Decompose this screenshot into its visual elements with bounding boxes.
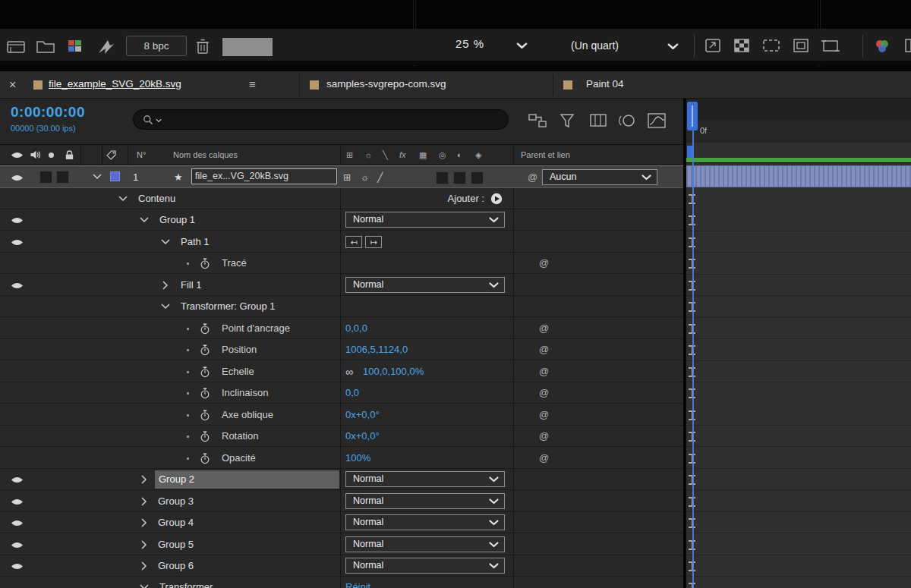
snapshot-icon[interactable] bbox=[6, 38, 27, 55]
visibility-toggle[interactable] bbox=[11, 476, 24, 484]
tab-samples-svgrepo[interactable]: samples-svgrepo-com.svg bbox=[326, 78, 446, 90]
frame-blend-icon[interactable] bbox=[589, 112, 609, 129]
blend-mode-dropdown[interactable]: Normal bbox=[345, 536, 505, 552]
twirl-down-icon[interactable] bbox=[140, 217, 149, 223]
layer-duration-bar[interactable] bbox=[686, 165, 911, 187]
property-pickwhip-icon[interactable]: @ bbox=[539, 404, 549, 426]
visibility-toggle[interactable] bbox=[11, 541, 24, 549]
twirl-right-icon[interactable] bbox=[141, 475, 147, 484]
bg-color-swatch[interactable] bbox=[222, 37, 273, 57]
stopwatch-icon[interactable] bbox=[200, 388, 210, 399]
visibility-toggle[interactable] bbox=[11, 281, 24, 290]
property-label[interactable]: Axe oblique bbox=[222, 404, 273, 426]
zoom-level[interactable]: 25 % bbox=[456, 37, 484, 50]
transform-label[interactable]: Transformer: Group 1 bbox=[181, 296, 276, 317]
twirl-down-icon[interactable] bbox=[161, 239, 170, 245]
property-pickwhip-icon[interactable]: @ bbox=[539, 318, 549, 339]
stopwatch-icon[interactable] bbox=[200, 410, 210, 421]
switch-cell[interactable] bbox=[436, 171, 449, 184]
property-pickwhip-icon[interactable]: @ bbox=[539, 253, 549, 274]
property-pickwhip-icon[interactable]: @ bbox=[539, 448, 549, 469]
solo-cell[interactable] bbox=[56, 171, 69, 184]
property-label[interactable]: Inclinaison bbox=[222, 382, 268, 404]
property-value[interactable]: 0x+0,0° bbox=[345, 426, 380, 447]
navigator-handle[interactable] bbox=[687, 146, 692, 158]
zoom-dropdown-icon[interactable] bbox=[516, 42, 528, 49]
parent-pickwhip-icon[interactable]: @ bbox=[528, 166, 537, 187]
visibility-toggle[interactable] bbox=[11, 519, 24, 527]
path-label[interactable]: Path 1 bbox=[181, 231, 210, 253]
parent-dropdown[interactable]: Aucun bbox=[542, 169, 657, 185]
resolution-dropdown[interactable]: (Un quart) bbox=[571, 36, 679, 56]
quality-switch-icon[interactable]: ╱ bbox=[377, 166, 383, 189]
search-input[interactable] bbox=[167, 112, 496, 129]
transparency-grid-icon[interactable] bbox=[733, 38, 750, 53]
twirl-down-icon[interactable] bbox=[118, 196, 128, 202]
panel-menu-icon[interactable]: ≡ bbox=[249, 77, 256, 90]
visibility-toggle[interactable] bbox=[11, 562, 24, 571]
property-label[interactable]: Opacité bbox=[222, 448, 256, 469]
property-label[interactable]: Tracé bbox=[222, 253, 247, 274]
bit-depth-button[interactable]: 8 bpc bbox=[126, 36, 187, 56]
timeline-track-area[interactable]: 0f bbox=[685, 99, 911, 588]
stopwatch-icon[interactable] bbox=[200, 431, 210, 442]
reset-link[interactable]: Réinit bbox=[345, 577, 370, 588]
fast-preview-icon[interactable] bbox=[97, 38, 115, 55]
timeline-search-box[interactable] bbox=[133, 109, 509, 130]
green-duration-bar[interactable] bbox=[686, 158, 911, 163]
mask-visibility-icon[interactable] bbox=[793, 38, 809, 53]
stopwatch-icon[interactable] bbox=[200, 258, 210, 269]
path-direction-out-button[interactable]: ↦ bbox=[365, 236, 382, 248]
blend-mode-dropdown[interactable]: Normal bbox=[345, 277, 505, 293]
add-menu-button[interactable] bbox=[490, 193, 503, 205]
group-label[interactable]: Group 4 bbox=[158, 512, 194, 533]
stopwatch-icon[interactable] bbox=[200, 344, 210, 356]
property-pickwhip-icon[interactable]: @ bbox=[539, 426, 549, 447]
time-ruler[interactable]: 0f bbox=[686, 99, 911, 143]
property-label[interactable]: Position bbox=[222, 339, 257, 360]
last-snapshot-icon[interactable] bbox=[36, 38, 55, 53]
property-label[interactable]: Point d'ancrage bbox=[222, 318, 290, 339]
time-ruler-band[interactable]: 0f bbox=[686, 120, 911, 143]
switch-cell[interactable] bbox=[453, 171, 466, 184]
playhead-handle[interactable] bbox=[687, 102, 698, 130]
property-value[interactable]: 0x+0,0° bbox=[345, 404, 380, 426]
audio-cell[interactable] bbox=[39, 171, 52, 184]
twirl-right-icon[interactable] bbox=[141, 561, 147, 571]
blend-mode-dropdown[interactable]: Normal bbox=[345, 514, 505, 530]
property-label[interactable]: Rotation bbox=[222, 426, 258, 447]
layer-row-1[interactable]: 1 ★ file_ex...VG_20kB.svg ⊞ ☼ ╱ @ Aucun bbox=[0, 165, 683, 188]
property-value[interactable]: 100% bbox=[345, 448, 370, 469]
switch-cell[interactable] bbox=[471, 171, 484, 184]
motion-blur-icon[interactable] bbox=[618, 112, 636, 129]
path-direction-in-button[interactable]: ↤ bbox=[345, 236, 362, 248]
twirl-down-icon[interactable] bbox=[140, 584, 149, 588]
show-channel-icon[interactable] bbox=[67, 38, 84, 53]
layer-name-field[interactable]: file_ex...VG_20kB.svg bbox=[191, 168, 337, 184]
visibility-toggle[interactable] bbox=[11, 216, 24, 225]
property-value[interactable]: 100,0,100,0% bbox=[363, 361, 424, 382]
blend-mode-dropdown[interactable]: Normal bbox=[345, 558, 505, 574]
transform-label[interactable]: Transformer bbox=[159, 577, 213, 588]
fill-label[interactable]: Fill 1 bbox=[181, 275, 201, 296]
constrain-proportions-icon[interactable]: ∞ bbox=[345, 361, 353, 382]
twirl-right-icon[interactable] bbox=[141, 540, 147, 549]
current-time-display[interactable]: 0:00:00:00 bbox=[11, 104, 85, 121]
blend-mode-dropdown[interactable]: Normal bbox=[345, 471, 505, 487]
property-pickwhip-icon[interactable]: @ bbox=[539, 339, 549, 360]
property-value[interactable]: 0,0 bbox=[345, 382, 359, 404]
property-pickwhip-icon[interactable]: @ bbox=[539, 382, 549, 404]
group-label[interactable]: Group 3 bbox=[158, 491, 194, 512]
close-panel-icon[interactable]: × bbox=[9, 77, 16, 93]
group-label-selected[interactable]: Group 2 bbox=[155, 470, 339, 489]
blend-mode-dropdown[interactable]: Normal bbox=[345, 493, 505, 509]
channel-rgb-icon[interactable] bbox=[873, 38, 891, 55]
trash-icon[interactable] bbox=[196, 38, 210, 55]
group-label[interactable]: Group 6 bbox=[158, 555, 194, 577]
blend-mode-dropdown[interactable]: Normal bbox=[345, 212, 505, 228]
twirl-right-icon[interactable] bbox=[141, 497, 147, 506]
graph-editor-icon[interactable] bbox=[647, 112, 667, 129]
group-label[interactable]: Group 5 bbox=[158, 534, 194, 555]
twirl-down-icon[interactable] bbox=[161, 303, 170, 310]
anchor-switch-icon[interactable]: ⊞ bbox=[343, 166, 351, 189]
